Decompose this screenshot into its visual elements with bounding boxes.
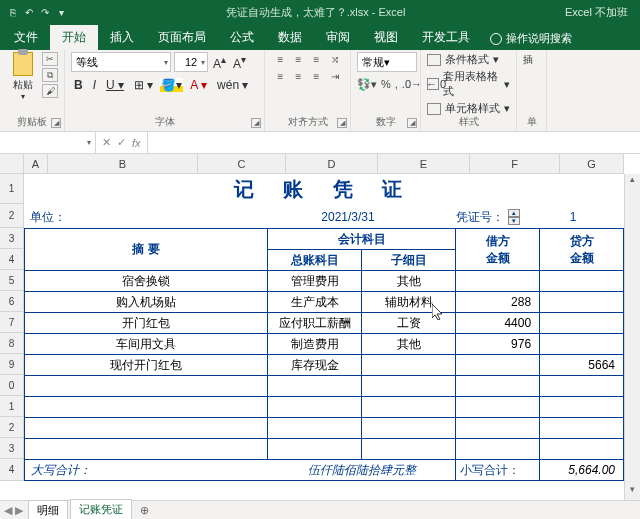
table-row[interactable]: 购入机场贴生产成本辅助材料288 [25,292,624,313]
tell-me[interactable]: 操作说明搜索 [482,27,580,50]
row-header[interactable]: 6 [0,291,24,312]
sheet-nav[interactable]: ◀ ▶ [4,504,23,517]
font-launcher[interactable]: ◢ [251,118,261,128]
row-header[interactable]: 4 [0,249,24,270]
col-header-D[interactable]: D [286,154,378,173]
name-box[interactable]: ▾ [0,132,96,153]
table-row[interactable]: 宿舍换锁管理费用其他 [25,271,624,292]
font-color-button[interactable]: A ▾ [187,78,210,92]
italic-button[interactable]: I [90,78,99,92]
row-header[interactable]: 3 [0,228,24,249]
undo-icon[interactable]: ↶ [24,7,34,17]
table-row[interactable]: 开门红包应付职工薪酬工资4400 [25,313,624,334]
row-header[interactable]: 9 [0,354,24,375]
cell-credit[interactable] [540,271,624,292]
tab-home[interactable]: 开始 [50,25,98,50]
cell-gl[interactable]: 生产成本 [268,292,362,313]
cell-gl[interactable] [268,439,362,460]
table-row[interactable] [25,418,624,439]
cell-summary[interactable]: 现付开门红包 [25,355,268,376]
cell-gl[interactable]: 应付职工薪酬 [268,313,362,334]
cut-icon[interactable]: ✂ [42,52,58,66]
format-as-table-button[interactable]: 套用表格格式 ▾ [427,69,510,99]
align-middle-icon[interactable]: ≡ [291,52,307,66]
cell-summary[interactable] [25,439,268,460]
align-bottom-icon[interactable]: ≡ [309,52,325,66]
row-headers[interactable]: 12345678901234 [0,174,24,481]
align-top-icon[interactable]: ≡ [273,52,289,66]
cell-sub[interactable] [362,397,456,418]
row-header[interactable]: 1 [0,396,24,417]
cell-summary[interactable]: 车间用文具 [25,334,268,355]
cell-sub[interactable]: 工资 [362,313,456,334]
cell-sub[interactable] [362,376,456,397]
row-header[interactable]: 3 [0,438,24,459]
cell-credit[interactable] [540,397,624,418]
cell-credit[interactable] [540,439,624,460]
cell-credit[interactable] [540,418,624,439]
row-header[interactable]: 4 [0,459,24,481]
format-painter-icon[interactable]: 🖌 [42,84,58,98]
tab-data[interactable]: 数据 [266,25,314,50]
cell-debit[interactable] [456,418,540,439]
col-header-A[interactable]: A [24,154,48,173]
cell-debit[interactable] [456,397,540,418]
col-header-F[interactable]: F [470,154,560,173]
cancel-icon[interactable]: ✕ [102,136,111,149]
cell-gl[interactable] [268,376,362,397]
orientation-icon[interactable]: ⤭ [327,52,343,66]
cell-credit[interactable]: 5664 [540,355,624,376]
decrease-font-icon[interactable]: A▾ [231,54,248,71]
cell-sub[interactable] [362,439,456,460]
fx-icon[interactable]: fx [132,137,141,149]
cell-styles-button[interactable]: 单元格样式 ▾ [427,101,510,116]
cell-summary[interactable]: 购入机场贴 [25,292,268,313]
accounting-format-icon[interactable]: 💱▾ [357,78,377,91]
phonetic-button[interactable]: wén ▾ [214,78,251,92]
cell-summary[interactable] [25,418,268,439]
cell-credit[interactable] [540,376,624,397]
bold-button[interactable]: B [71,78,86,92]
column-headers[interactable]: ABCDEFG [24,154,624,174]
number-format-select[interactable]: 常规▾ [357,52,417,72]
cells-grid[interactable]: 记 账 凭 证 单位： 2021/3/31 凭证号： ▴▾ 1 摘 要 会计科目… [24,174,624,500]
col-header-C[interactable]: C [198,154,286,173]
underline-button[interactable]: U ▾ [103,78,127,92]
cell-credit[interactable] [540,292,624,313]
row-header[interactable]: 0 [0,375,24,396]
spin-up-icon[interactable]: ▴ [508,209,520,217]
align-launcher[interactable]: ◢ [337,118,347,128]
cell-gl[interactable]: 库存现金 [268,355,362,376]
comma-icon[interactable]: , [395,78,398,91]
insert-cells-button[interactable]: 插 [523,53,540,67]
sheet-tab-detail[interactable]: 明细 [28,500,68,519]
cell-sub[interactable]: 辅助材料 [362,292,456,313]
select-all-button[interactable] [0,154,24,174]
cell-gl[interactable] [268,418,362,439]
account-name[interactable]: Excel 不加班 [565,5,628,20]
align-center-icon[interactable]: ≡ [291,69,307,83]
tab-file[interactable]: 文件 [2,25,50,50]
row-header[interactable]: 1 [0,174,24,204]
tab-review[interactable]: 审阅 [314,25,362,50]
col-header-B[interactable]: B [48,154,198,173]
row-header[interactable]: 5 [0,270,24,291]
clipboard-launcher[interactable]: ◢ [51,118,61,128]
cell-sub[interactable]: 其他 [362,334,456,355]
vertical-scrollbar[interactable]: ▴▾ [624,174,640,500]
cell-sub[interactable] [362,355,456,376]
scroll-down-icon[interactable]: ▾ [625,484,640,500]
sheet-tab-voucher[interactable]: 记账凭证 [70,499,132,519]
autosave-icon[interactable]: ⎘ [8,7,18,17]
cell-sub[interactable]: 其他 [362,271,456,292]
cell-gl[interactable] [268,397,362,418]
cell-debit[interactable] [456,355,540,376]
tab-developer[interactable]: 开发工具 [410,25,482,50]
percent-icon[interactable]: % [381,78,391,91]
indent-icon[interactable]: ⇥ [327,69,343,83]
paste-button[interactable]: 粘贴▾ [6,52,40,102]
row-header[interactable]: 2 [0,204,24,228]
scroll-up-icon[interactable]: ▴ [625,174,640,190]
cell-summary[interactable] [25,397,268,418]
cell-summary[interactable]: 开门红包 [25,313,268,334]
